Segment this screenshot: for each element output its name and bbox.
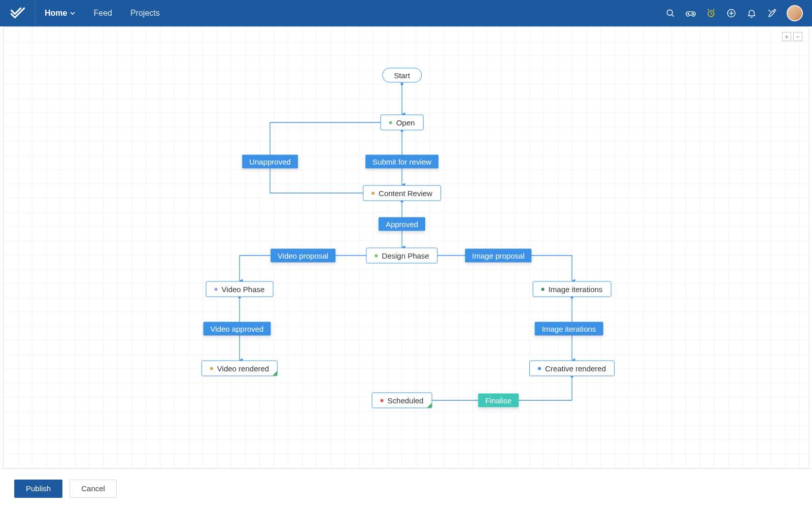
state-scheduled[interactable]: Scheduled	[372, 393, 432, 408]
svg-line-10	[713, 9, 715, 10]
state-label: Video rendered	[217, 364, 269, 373]
svg-point-3	[693, 14, 694, 14]
status-dot-icon	[389, 121, 392, 124]
alarm-icon[interactable]	[705, 8, 717, 19]
nav-projects[interactable]: Projects	[121, 0, 169, 26]
status-dot-icon	[371, 192, 375, 195]
status-dot-icon	[538, 367, 541, 370]
action-video-proposal[interactable]: Video proposal	[270, 249, 335, 263]
action-approved[interactable]: Approved	[379, 217, 425, 231]
state-video-rendered[interactable]: Video rendered	[201, 361, 278, 376]
state-image-iterations[interactable]: Image iterations	[533, 281, 612, 297]
action-image-proposal[interactable]: Image proposal	[465, 249, 531, 263]
checkmark-logo-icon	[9, 5, 26, 22]
action-image-iter-act[interactable]: Image iterations	[535, 322, 603, 336]
state-design-phase[interactable]: Design Phase	[366, 248, 437, 264]
action-submit-review[interactable]: Submit for review	[365, 155, 438, 169]
nav-actions	[665, 0, 812, 26]
status-dot-icon	[381, 399, 384, 402]
publish-button[interactable]: Publish	[14, 480, 62, 498]
corner-mark-icon	[273, 371, 277, 376]
svg-line-8	[711, 14, 713, 15]
state-label: Video Phase	[222, 285, 265, 294]
status-dot-icon	[375, 254, 378, 257]
nav-items: Home Feed Projects	[36, 0, 169, 26]
svg-line-1	[672, 15, 674, 17]
state-label: Creative rendered	[545, 364, 606, 373]
nav-feed[interactable]: Feed	[84, 0, 121, 26]
action-finalise[interactable]: Finalise	[478, 394, 519, 407]
add-circle-icon[interactable]	[726, 8, 737, 19]
state-creative-rendered[interactable]: Creative rendered	[529, 361, 615, 376]
bell-icon[interactable]	[746, 8, 757, 19]
tools-icon[interactable]	[766, 8, 777, 19]
state-label: Image iterations	[549, 285, 603, 294]
cancel-button[interactable]: Cancel	[70, 480, 117, 498]
app-logo[interactable]	[0, 0, 36, 26]
state-label: Start	[394, 71, 410, 80]
nav-home[interactable]: Home	[36, 0, 84, 26]
svg-line-9	[707, 9, 709, 10]
status-dot-icon	[210, 367, 213, 370]
state-label: Design Phase	[382, 251, 429, 260]
workflow-canvas[interactable]: + − StartOpenContent ReviewDesign PhaseV…	[3, 26, 809, 468]
svg-point-0	[667, 10, 672, 15]
corner-mark-icon	[427, 403, 431, 408]
state-content-review[interactable]: Content Review	[363, 185, 441, 201]
state-label: Scheduled	[388, 396, 424, 405]
footer-bar: Publish Cancel	[0, 468, 812, 508]
top-nav: Home Feed Projects	[0, 0, 812, 26]
nav-feed-label: Feed	[93, 9, 112, 18]
state-label: Open	[396, 118, 415, 127]
nodes-layer: StartOpenContent ReviewDesign PhaseVideo…	[4, 27, 808, 468]
status-dot-icon	[215, 288, 218, 291]
nav-projects-label: Projects	[130, 9, 160, 18]
avatar[interactable]	[787, 5, 803, 21]
state-label: Content Review	[379, 189, 432, 198]
state-open[interactable]: Open	[381, 115, 424, 131]
action-unapproved[interactable]: Unapproved	[242, 155, 298, 169]
svg-point-2	[692, 13, 693, 13]
search-icon[interactable]	[665, 8, 676, 19]
status-dot-icon	[542, 288, 545, 291]
svg-point-14	[774, 10, 775, 11]
chevron-down-icon	[70, 9, 75, 18]
action-video-approved[interactable]: Video approved	[204, 322, 271, 336]
nav-home-label: Home	[45, 9, 67, 18]
state-start[interactable]: Start	[382, 68, 422, 83]
gamepad-icon[interactable]	[685, 8, 696, 19]
state-video-phase[interactable]: Video Phase	[206, 281, 274, 297]
